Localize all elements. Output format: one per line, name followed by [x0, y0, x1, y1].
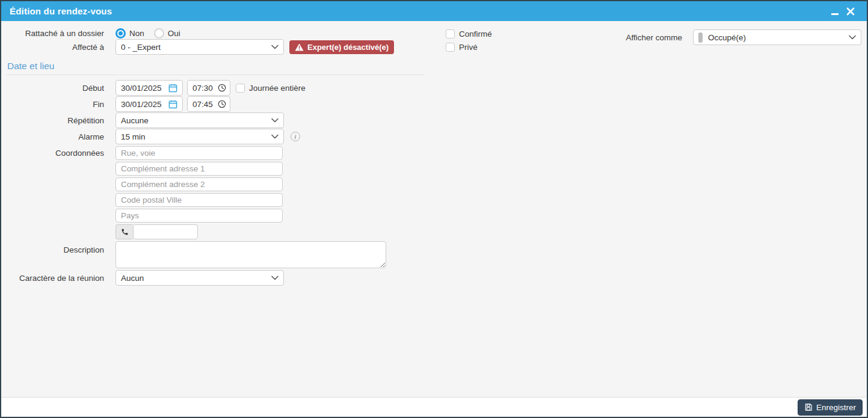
dialog-title: Édition du rendez-vous	[10, 6, 827, 16]
private-row: Privé	[446, 43, 492, 52]
description-textarea[interactable]	[115, 241, 386, 268]
row-repetition: Répétition Aucune	[1, 112, 867, 128]
row-alarme: Alarme 15 min i	[1, 129, 867, 144]
caractere-label: Caractère de la réunion	[1, 274, 104, 283]
radio-non-label[interactable]: Non	[129, 29, 144, 38]
allday-checkbox[interactable]	[236, 84, 245, 93]
save-icon	[804, 403, 813, 411]
debut-label: Début	[1, 84, 104, 93]
show-as-label: Afficher comme	[626, 33, 682, 42]
debut-date-input[interactable]	[121, 81, 168, 95]
calendar-icon[interactable]	[168, 100, 177, 109]
fin-date-input[interactable]	[121, 97, 168, 111]
save-button[interactable]: Enregistrer	[798, 399, 863, 416]
repetition-label: Répétition	[1, 116, 104, 125]
dialog-content: Rattaché à un dossier Non Oui Affecté à …	[1, 21, 867, 397]
chevron-down-icon	[271, 275, 279, 280]
country-input[interactable]	[115, 209, 283, 223]
fin-label: Fin	[1, 100, 104, 109]
show-as-select[interactable]: Occupé(e)	[693, 29, 861, 45]
debut-time-field	[187, 80, 230, 96]
coordonnees-fields	[115, 146, 283, 241]
expert-disabled-text: Expert(e) désactivé(e)	[307, 43, 389, 52]
flags-group: Confirmé Privé	[446, 29, 492, 56]
alarme-select[interactable]: 15 min	[115, 129, 284, 144]
row-description: Description	[1, 241, 867, 268]
appointment-edit-dialog: Édition du rendez-vous Rattaché à un dos…	[0, 0, 868, 418]
section-date-lieu-header: Date et lieu	[7, 61, 867, 72]
warning-icon	[295, 43, 304, 51]
alarme-value: 15 min	[121, 132, 146, 141]
allday-label[interactable]: Journée entière	[249, 84, 306, 93]
alarme-info-icon[interactable]: i	[291, 132, 300, 141]
clock-icon[interactable]	[218, 100, 226, 108]
radio-oui[interactable]	[154, 28, 164, 38]
dossier-label: Rattaché à un dossier	[1, 29, 104, 38]
address-line1-input[interactable]	[115, 162, 283, 176]
titlebar: Édition du rendez-vous	[1, 1, 867, 21]
fin-time-input[interactable]	[192, 97, 218, 111]
radio-non[interactable]	[115, 28, 126, 38]
fin-time-field	[187, 96, 230, 112]
phone-icon	[115, 224, 133, 239]
private-checkbox[interactable]	[446, 43, 455, 52]
dossier-radio-group: Non Oui	[115, 28, 186, 38]
row-fin: Fin	[1, 96, 867, 112]
street-input[interactable]	[115, 146, 283, 160]
save-button-label: Enregistrer	[816, 403, 856, 412]
close-icon	[846, 7, 855, 16]
row-caractere: Caractère de la réunion Aucun	[1, 270, 867, 286]
confirmed-row: Confirmé	[446, 29, 492, 38]
clock-icon[interactable]	[218, 84, 226, 92]
confirmed-checkbox[interactable]	[446, 29, 455, 38]
repetition-select[interactable]: Aucune	[115, 112, 284, 128]
calendar-icon[interactable]	[168, 84, 177, 93]
repetition-value: Aucune	[121, 116, 149, 125]
section-divider	[6, 75, 424, 75]
affecte-value: 0 - _Expert	[121, 43, 161, 52]
zip-city-input[interactable]	[115, 193, 283, 207]
confirmed-label[interactable]: Confirmé	[459, 29, 492, 38]
expert-disabled-badge: Expert(e) désactivé(e)	[289, 40, 394, 54]
alarme-label: Alarme	[1, 132, 104, 141]
debut-date-field	[115, 80, 183, 96]
show-as-value: Occupé(e)	[708, 33, 746, 42]
affecte-select[interactable]: 0 - _Expert	[115, 39, 284, 55]
coordonnees-label: Coordonnées	[1, 146, 104, 158]
chevron-down-icon	[271, 134, 279, 139]
affecte-label: Affecté à	[1, 43, 104, 52]
address-line2-input[interactable]	[115, 177, 283, 191]
row-debut: Début Journée entière	[1, 80, 867, 96]
phone-field	[115, 224, 283, 239]
show-as-group: Afficher comme Occupé(e)	[626, 29, 861, 45]
caractere-select[interactable]: Aucun	[115, 270, 284, 286]
phone-input[interactable]	[133, 224, 198, 239]
chevron-down-icon	[271, 45, 279, 49]
chevron-down-icon	[849, 35, 856, 40]
minimize-icon	[831, 13, 839, 15]
close-button[interactable]	[843, 4, 858, 19]
busy-status-icon	[698, 32, 703, 43]
caractere-value: Aucun	[121, 274, 144, 283]
description-label: Description	[1, 241, 104, 254]
chevron-down-icon	[271, 118, 279, 123]
private-label[interactable]: Privé	[459, 43, 478, 52]
radio-oui-label[interactable]: Oui	[168, 29, 180, 38]
row-coordonnees: Coordonnées	[1, 146, 867, 241]
minimize-button[interactable]	[827, 4, 843, 19]
debut-time-input[interactable]	[192, 81, 218, 95]
dialog-footer: Enregistrer	[1, 397, 867, 417]
fin-date-field	[115, 96, 183, 112]
